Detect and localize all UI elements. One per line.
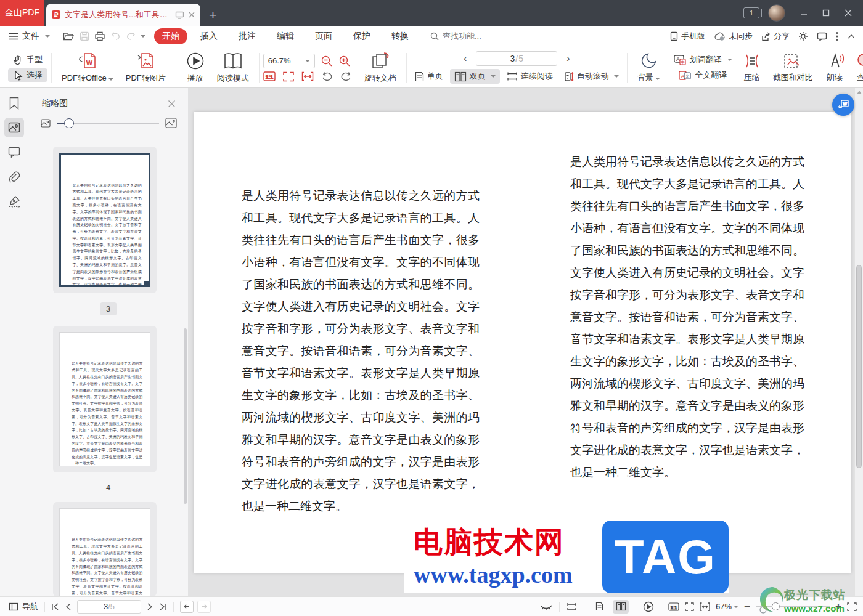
auto-scroll-button[interactable]: 自动滚动 bbox=[560, 69, 623, 84]
full-translate-button[interactable]: A文 全文翻译 bbox=[674, 68, 732, 82]
thumbnail-card-page4[interactable]: 是人类用符号记录表达信息以传之久远的方式和工具。现代文字大多是记录语言的工具。人… bbox=[53, 326, 157, 472]
thumbnail-card-page5[interactable]: 是人类用符号记录表达信息以传之久远的方式和工具。现代文字大多是记录语言的工具。人… bbox=[53, 502, 157, 596]
hand-tool-button[interactable]: 手型 bbox=[7, 53, 47, 67]
close-window-button[interactable] bbox=[838, 4, 858, 22]
tab-insert[interactable]: 插入 bbox=[192, 28, 226, 44]
prev-page-button[interactable] bbox=[65, 603, 71, 610]
thumb-size-slider-knob[interactable] bbox=[64, 118, 74, 128]
background-button[interactable]: 背景 bbox=[631, 52, 666, 83]
status-play-icon[interactable] bbox=[643, 601, 654, 612]
app-main-button[interactable]: 金山PDF bbox=[0, 0, 44, 26]
compress-button[interactable]: 压缩 bbox=[737, 52, 767, 83]
read-aloud-button[interactable]: 朗读 bbox=[819, 52, 850, 83]
read-mode-button[interactable]: 阅读模式 bbox=[211, 52, 255, 84]
next-page-button[interactable] bbox=[147, 603, 153, 610]
zoom-in-icon[interactable] bbox=[338, 55, 351, 67]
undo-icon[interactable] bbox=[108, 31, 123, 42]
thumb-size-small-icon[interactable] bbox=[41, 119, 51, 128]
first-page-button[interactable] bbox=[51, 603, 59, 610]
status-continuous-icon[interactable] bbox=[566, 602, 577, 611]
find-button[interactable]: 查找 bbox=[850, 52, 863, 83]
print-icon[interactable] bbox=[92, 30, 108, 43]
signature-panel-button[interactable] bbox=[4, 192, 24, 211]
status-double-page-button[interactable] bbox=[613, 600, 629, 614]
tab-page[interactable]: 页面 bbox=[307, 28, 340, 44]
continuous-read-button[interactable]: 连续阅读 bbox=[502, 69, 557, 84]
single-page-view-button[interactable]: 单页 bbox=[411, 69, 448, 84]
status-actual-size-icon[interactable]: 1:1 bbox=[668, 602, 679, 611]
more-kebab-icon[interactable] bbox=[836, 31, 838, 41]
view-back-button[interactable] bbox=[180, 601, 194, 613]
fit-page-icon[interactable] bbox=[283, 71, 294, 82]
double-page-view-button[interactable]: 双页 bbox=[450, 69, 500, 84]
page-number-input[interactable]: 3/5 bbox=[476, 51, 557, 66]
comments-panel-button[interactable] bbox=[4, 142, 24, 162]
last-page-button[interactable] bbox=[159, 603, 167, 610]
prev-page-chevron-icon[interactable]: ‹ bbox=[460, 53, 470, 64]
navigation-toggle-button[interactable]: 导航 bbox=[9, 601, 38, 612]
tab-edit[interactable]: 编辑 bbox=[269, 28, 302, 44]
eye-protection-icon[interactable] bbox=[540, 602, 552, 611]
file-menu[interactable]: 文件 bbox=[22, 31, 39, 42]
actual-size-icon[interactable]: 1:1 bbox=[263, 71, 276, 81]
tab-home[interactable]: 开始 bbox=[154, 28, 187, 44]
mobile-version-button[interactable]: 手机版 bbox=[670, 31, 705, 42]
pdf-to-image-button[interactable]: PDF转图片 bbox=[120, 52, 172, 84]
close-panel-icon[interactable] bbox=[168, 100, 176, 108]
tab-convert[interactable]: 转换 bbox=[383, 28, 417, 44]
scrollbar-up-arrow[interactable] bbox=[857, 91, 862, 94]
minimize-button[interactable] bbox=[794, 4, 814, 22]
status-single-page-button[interactable] bbox=[591, 600, 607, 614]
page-label-4[interactable]: 4 bbox=[100, 481, 117, 494]
maximize-button[interactable] bbox=[816, 4, 836, 22]
zoom-out-icon[interactable] bbox=[321, 55, 333, 67]
tab-protect[interactable]: 保护 bbox=[345, 28, 378, 44]
quickbar-more-caret-icon[interactable] bbox=[141, 35, 145, 38]
scrollbar-thumb[interactable] bbox=[856, 265, 862, 468]
save-icon[interactable] bbox=[77, 30, 92, 43]
thumb-size-large-icon[interactable] bbox=[165, 118, 177, 128]
rotate-cw-icon[interactable] bbox=[340, 71, 352, 82]
status-page-input[interactable]: 3/5 bbox=[77, 600, 141, 614]
hamburger-icon[interactable] bbox=[9, 32, 18, 41]
next-page-chevron-icon[interactable]: › bbox=[563, 53, 573, 64]
panel-scrollbar-thumb[interactable] bbox=[184, 328, 187, 504]
tab-annotate[interactable]: 批注 bbox=[231, 28, 264, 44]
rotate-ccw-icon[interactable] bbox=[321, 71, 333, 82]
page-label-3[interactable]: 3 bbox=[100, 302, 117, 315]
settings-gear-icon[interactable] bbox=[798, 31, 808, 41]
feedback-comment-icon[interactable] bbox=[817, 32, 827, 41]
word-translate-button[interactable]: A中 划词翻译 bbox=[669, 53, 737, 67]
attachments-panel-button[interactable] bbox=[4, 167, 24, 187]
document-tab[interactable]: ₽ 文字是人类用符号...和工具1.pdf bbox=[46, 4, 200, 26]
document-scrollbar[interactable] bbox=[854, 88, 863, 596]
rotate-document-button[interactable]: 旋转文档 bbox=[358, 52, 403, 84]
thumb-size-slider[interactable] bbox=[57, 123, 159, 124]
share-button[interactable]: 分享 bbox=[761, 31, 790, 42]
play-slideshow-button[interactable]: 播放 bbox=[180, 52, 211, 84]
thumbnails-panel-button[interactable] bbox=[4, 118, 24, 137]
open-file-icon[interactable] bbox=[60, 30, 77, 43]
close-tab-icon[interactable] bbox=[188, 11, 195, 18]
pdf-to-word-float-button[interactable]: W bbox=[832, 94, 854, 116]
redo-icon[interactable] bbox=[123, 31, 139, 42]
window-count-badge[interactable]: 1 bbox=[743, 7, 759, 18]
status-zoom-select[interactable]: 67% bbox=[716, 602, 738, 611]
screen-share-icon[interactable] bbox=[175, 11, 184, 19]
view-forward-button[interactable] bbox=[197, 601, 211, 613]
zoom-level-select[interactable]: 66.7% bbox=[263, 54, 315, 68]
zoom-minus-button[interactable]: − bbox=[744, 601, 750, 613]
search-input[interactable]: 查找功能... bbox=[430, 31, 481, 42]
fit-width-icon[interactable] bbox=[301, 71, 314, 81]
sync-status-button[interactable]: 未同步 bbox=[714, 31, 753, 42]
snapshot-compare-button[interactable]: 截图和对比 bbox=[767, 52, 819, 83]
select-tool-button[interactable]: 选择 bbox=[8, 68, 47, 82]
status-fit-page-icon[interactable] bbox=[685, 602, 694, 611]
bookmarks-panel-button[interactable] bbox=[4, 93, 24, 113]
user-avatar[interactable] bbox=[768, 4, 785, 22]
collapse-ribbon-icon[interactable] bbox=[847, 34, 856, 39]
pdf-to-office-button[interactable]: W PDF转Office bbox=[55, 52, 120, 84]
status-fit-width-icon[interactable] bbox=[700, 602, 710, 611]
thumbnail-card-page3[interactable]: 是人类用符号记录表达信息以传之久远的方式和工具。现代文字大多是记录语言的工具。人… bbox=[53, 147, 157, 293]
new-tab-button[interactable]: + bbox=[209, 9, 217, 22]
